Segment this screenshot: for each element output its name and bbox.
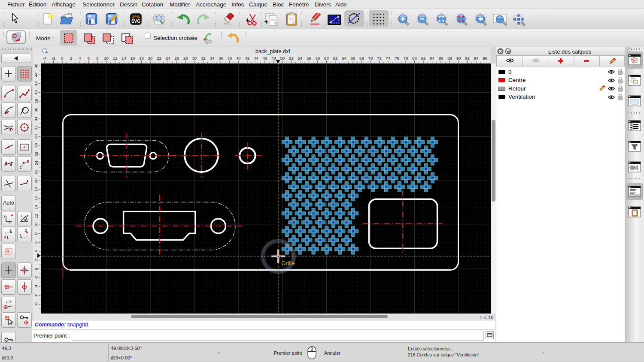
svg-text:22: 22 bbox=[34, 169, 39, 174]
svg-text:36: 36 bbox=[34, 108, 39, 112]
svg-text:44: 44 bbox=[34, 72, 39, 77]
svg-text:12: 12 bbox=[34, 214, 39, 218]
svg-text:28: 28 bbox=[34, 143, 39, 148]
svg-text:4: 4 bbox=[34, 250, 39, 252]
svg-text:y: y bbox=[3, 214, 6, 218]
svg-text:SVG: SVG bbox=[131, 19, 140, 24]
svg-text:42: 42 bbox=[34, 81, 39, 86]
svg-text:x: x bbox=[9, 220, 11, 224]
svg-text:32: 32 bbox=[34, 125, 39, 130]
svg-text:a: a bbox=[24, 218, 26, 222]
svg-text:20: 20 bbox=[34, 178, 39, 183]
svg-text:8: 8 bbox=[34, 232, 39, 235]
svg-text:2: 2 bbox=[25, 229, 27, 232]
svg-text:24: 24 bbox=[34, 161, 39, 166]
svg-text:1: 1 bbox=[19, 233, 21, 237]
svg-text:14: 14 bbox=[34, 205, 39, 210]
svg-text:1: 1 bbox=[6, 235, 9, 240]
svg-text:-2: -2 bbox=[34, 276, 39, 279]
svg-text:18: 18 bbox=[34, 187, 39, 192]
svg-text:30: 30 bbox=[34, 134, 39, 139]
svg-text:34: 34 bbox=[34, 117, 39, 121]
svg-text:-4: -4 bbox=[34, 285, 39, 288]
svg-text:6: 6 bbox=[34, 241, 39, 244]
svg-text:40: 40 bbox=[34, 90, 39, 95]
svg-text:r: r bbox=[21, 214, 22, 218]
svg-text:10: 10 bbox=[34, 223, 39, 227]
svg-text:2: 2 bbox=[9, 229, 12, 232]
svg-text:26: 26 bbox=[34, 152, 39, 157]
svg-text:1: 1 bbox=[20, 165, 22, 169]
svg-text:38: 38 bbox=[34, 99, 39, 104]
svg-text:0: 0 bbox=[34, 268, 39, 270]
svg-text:2: 2 bbox=[34, 259, 39, 261]
svg-text:46: 46 bbox=[34, 63, 39, 68]
svg-text:16: 16 bbox=[34, 196, 39, 201]
svg-text:-8: -8 bbox=[34, 302, 39, 306]
svg-text:Grille: Grille bbox=[281, 260, 295, 266]
svg-text:-6: -6 bbox=[34, 293, 39, 297]
